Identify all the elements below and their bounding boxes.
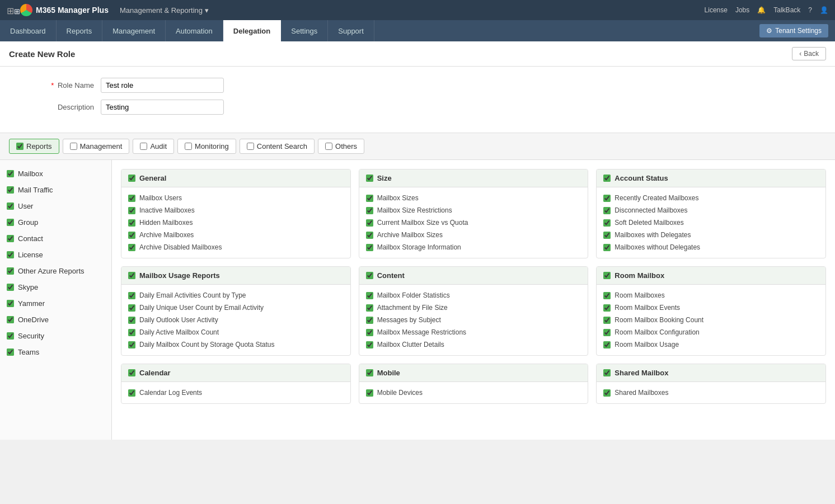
list-item: Room Mailbox Usage: [603, 338, 819, 351]
panel-account-status: Account Status Recently Created Mailboxe…: [596, 169, 826, 258]
talkback-link[interactable]: TalkBack: [773, 6, 800, 14]
sidebar-checkbox-license[interactable]: [7, 251, 14, 258]
tab-support[interactable]: Support: [328, 20, 374, 41]
panel-header-general: General: [121, 169, 350, 187]
user-avatar[interactable]: 👤: [820, 6, 828, 14]
cat-checkbox-audit[interactable]: [140, 143, 147, 150]
required-star: *: [51, 81, 54, 90]
panels-area: General Mailbox Users Inactive Mailboxes…: [112, 160, 835, 440]
sidebar-item-skype[interactable]: Skype: [0, 279, 111, 295]
cat-checkbox-management[interactable]: [70, 143, 77, 150]
tab-dashboard[interactable]: Dashboard: [0, 20, 57, 41]
list-item: Daily Mailbox Count by Storage Quota Sta…: [128, 338, 344, 351]
form-area: * Role Name Description: [0, 67, 835, 133]
sidebar-checkbox-contact[interactable]: [7, 235, 14, 242]
sidebar-item-license[interactable]: License: [0, 247, 111, 263]
list-item: Archive Disabled Mailboxes: [128, 241, 344, 253]
cat-tab-reports[interactable]: Reports: [9, 139, 59, 154]
panel-checkbox-content[interactable]: [366, 272, 373, 279]
description-row: Description: [22, 100, 813, 115]
panel-checkbox-shared-mailbox[interactable]: [603, 369, 611, 376]
sidebar: Mailbox Mail Traffic User Group Contact …: [0, 160, 112, 440]
chevron-left-icon: ‹: [799, 50, 801, 58]
sidebar-item-contact[interactable]: Contact: [0, 230, 111, 247]
sidebar-checkbox-other-azure[interactable]: [7, 267, 14, 275]
list-item: Shared Mailboxes: [603, 387, 819, 399]
sidebar-checkbox-mailbox[interactable]: [7, 170, 14, 177]
tab-settings[interactable]: Settings: [281, 20, 328, 41]
panel-checkbox-room-mailbox[interactable]: [603, 272, 611, 279]
panel-checkbox-calendar[interactable]: [128, 369, 135, 376]
panels-row-3: Calendar Calendar Log Events Mobile Mobi…: [121, 364, 826, 404]
cat-tab-others[interactable]: Others: [318, 139, 364, 154]
list-item: Room Mailbox Booking Count: [603, 314, 819, 326]
sidebar-item-mailbox[interactable]: Mailbox: [0, 166, 111, 182]
sidebar-item-yammer[interactable]: Yammer: [0, 295, 111, 312]
cat-tab-management[interactable]: Management: [63, 139, 130, 154]
tab-automation[interactable]: Automation: [166, 20, 223, 41]
sidebar-checkbox-group[interactable]: [7, 219, 14, 226]
role-name-input[interactable]: [101, 78, 224, 93]
page-title: Create New Role: [9, 49, 75, 59]
grid-icon[interactable]: ⊞: [7, 6, 16, 15]
panel-checkbox-account-status[interactable]: [603, 175, 611, 182]
list-item: Room Mailboxes: [603, 289, 819, 302]
list-item: Current Mailbox Size vs Quota: [366, 216, 581, 229]
cat-tab-audit[interactable]: Audit: [133, 139, 174, 154]
panel-mailbox-usage: Mailbox Usage Reports Daily Email Activi…: [121, 266, 351, 356]
cat-checkbox-others[interactable]: [325, 143, 332, 150]
sidebar-checkbox-mail-traffic[interactable]: [7, 186, 14, 194]
app-name: M365 Manager Plus: [36, 6, 109, 15]
panel-size: Size Mailbox Sizes Mailbox Size Restrict…: [359, 169, 589, 258]
list-item: Soft Deleted Mailboxes: [603, 216, 819, 229]
cat-checkbox-content-search[interactable]: [247, 143, 254, 150]
panel-checkbox-size[interactable]: [366, 175, 373, 182]
sidebar-item-teams[interactable]: Teams: [0, 344, 111, 360]
sidebar-checkbox-user[interactable]: [7, 202, 14, 210]
panel-checkbox-mobile[interactable]: [366, 369, 373, 376]
sidebar-item-onedrive[interactable]: OneDrive: [0, 312, 111, 328]
nav-tabs: Dashboard Reports Management Automation …: [0, 20, 835, 41]
panel-body-room-mailbox: Room Mailboxes Room Mailbox Events Room …: [597, 285, 825, 355]
tab-management[interactable]: Management: [102, 20, 166, 41]
cat-tab-monitoring[interactable]: Monitoring: [177, 139, 236, 154]
panel-body-shared-mailbox: Shared Mailboxes: [597, 382, 825, 403]
sidebar-checkbox-onedrive[interactable]: [7, 316, 14, 323]
tab-delegation[interactable]: Delegation: [223, 20, 281, 41]
list-item: Inactive Mailboxes: [128, 204, 344, 216]
help-icon[interactable]: ?: [808, 6, 812, 14]
cat-checkbox-reports[interactable]: [16, 143, 24, 150]
section-label[interactable]: Management & Reporting ▾: [120, 6, 209, 15]
sidebar-checkbox-skype[interactable]: [7, 284, 14, 291]
tenant-settings-button[interactable]: ⚙ Tenant Settings: [759, 24, 828, 37]
sidebar-item-group[interactable]: Group: [0, 214, 111, 230]
panel-header-room-mailbox: Room Mailbox: [597, 267, 825, 285]
top-bar-right: License Jobs 🔔 TalkBack ? 👤: [705, 6, 828, 14]
sidebar-item-mail-traffic[interactable]: Mail Traffic: [0, 182, 111, 198]
tab-reports[interactable]: Reports: [57, 20, 103, 41]
sidebar-checkbox-security[interactable]: [7, 332, 14, 340]
description-input[interactable]: [101, 100, 224, 115]
list-item: Attachment by File Size: [366, 302, 581, 314]
panel-header-account-status: Account Status: [597, 169, 825, 187]
sidebar-item-other-azure[interactable]: Other Azure Reports: [0, 263, 111, 279]
panel-checkbox-general[interactable]: [128, 175, 135, 182]
sidebar-item-user[interactable]: User: [0, 198, 111, 214]
cat-checkbox-monitoring[interactable]: [185, 143, 192, 150]
list-item: Mailboxes with Delegates: [603, 229, 819, 241]
jobs-link[interactable]: Jobs: [735, 6, 749, 14]
cat-tab-content-search[interactable]: Content Search: [240, 139, 315, 154]
panel-body-account-status: Recently Created Mailboxes Disconnected …: [597, 187, 825, 258]
sidebar-checkbox-teams[interactable]: [7, 348, 14, 356]
panel-checkbox-mailbox-usage[interactable]: [128, 272, 135, 279]
notification-icon[interactable]: 🔔: [757, 6, 766, 14]
license-link[interactable]: License: [705, 6, 728, 14]
sidebar-checkbox-yammer[interactable]: [7, 300, 14, 307]
gear-icon: ⚙: [766, 27, 772, 35]
back-button[interactable]: ‹ Back: [792, 47, 826, 60]
list-item: Mailbox Size Restrictions: [366, 204, 581, 216]
sidebar-item-security[interactable]: Security: [0, 328, 111, 344]
list-item: Mailbox Sizes: [366, 192, 581, 204]
panel-body-mobile: Mobile Devices: [359, 382, 588, 403]
list-item: Room Mailbox Events: [603, 302, 819, 314]
